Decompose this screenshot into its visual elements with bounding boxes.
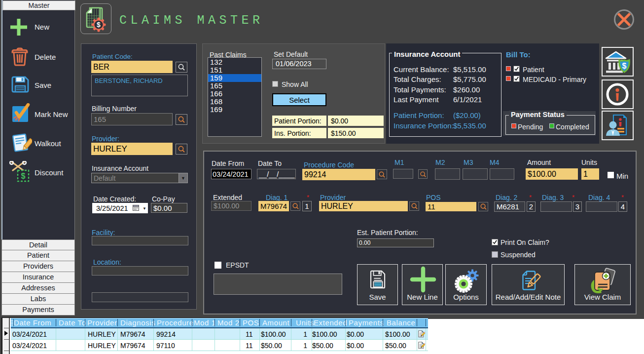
svg-text:$: $ (21, 172, 26, 180)
svg-text:$: $ (622, 62, 627, 70)
svg-text:$: $ (97, 21, 101, 29)
